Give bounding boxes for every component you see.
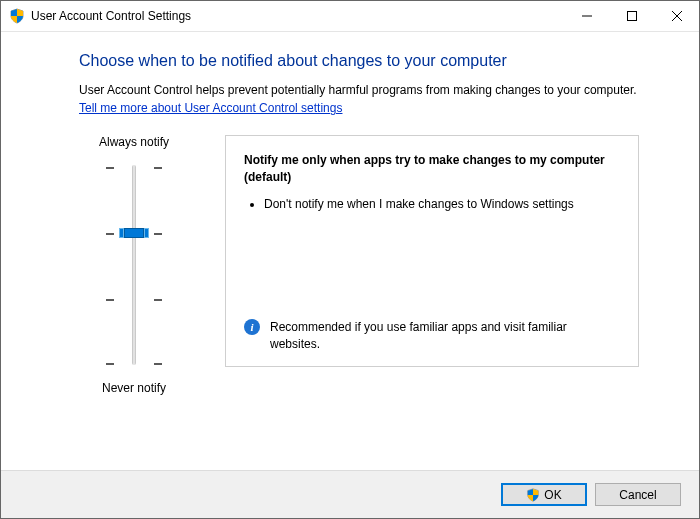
page-heading: Choose when to be notified about changes…	[79, 52, 639, 70]
slider-track	[132, 165, 136, 365]
uac-shield-icon	[526, 488, 540, 502]
slider-row: Always notify Never notify Notify me onl…	[79, 135, 639, 395]
maximize-button[interactable]	[609, 1, 654, 31]
window-controls	[564, 1, 699, 31]
learn-more-link[interactable]: Tell me more about User Account Control …	[79, 101, 342, 115]
button-row: OK Cancel	[1, 470, 699, 518]
cancel-button-label: Cancel	[619, 488, 656, 502]
info-icon: i	[244, 319, 260, 335]
uac-settings-window: User Account Control Settings Choose whe…	[0, 0, 700, 519]
slider-column: Always notify Never notify	[79, 135, 189, 395]
minimize-button[interactable]	[564, 1, 609, 31]
notification-level-slider[interactable]	[106, 155, 162, 375]
ok-button-label: OK	[544, 488, 561, 502]
content-area: Choose when to be notified about changes…	[1, 32, 699, 470]
slider-tick	[106, 363, 162, 365]
uac-shield-icon	[9, 8, 25, 24]
slider-tick	[106, 167, 162, 169]
recommendation-text: Recommended if you use familiar apps and…	[270, 319, 620, 353]
slider-bottom-label: Never notify	[102, 381, 166, 395]
svg-rect-1	[627, 12, 636, 21]
slider-tick	[106, 299, 162, 301]
panel-footer: i Recommended if you use familiar apps a…	[244, 319, 620, 353]
panel-bullet: Don't notify me when I make changes to W…	[264, 196, 620, 213]
cancel-button[interactable]: Cancel	[595, 483, 681, 506]
panel-title: Notify me only when apps try to make cha…	[244, 152, 620, 186]
description-text: User Account Control helps prevent poten…	[79, 82, 639, 99]
slider-thumb[interactable]	[124, 228, 144, 238]
ok-button[interactable]: OK	[501, 483, 587, 506]
notification-description-panel: Notify me only when apps try to make cha…	[225, 135, 639, 367]
titlebar: User Account Control Settings	[1, 1, 699, 32]
window-title: User Account Control Settings	[31, 9, 191, 23]
slider-top-label: Always notify	[99, 135, 169, 149]
close-button[interactable]	[654, 1, 699, 31]
